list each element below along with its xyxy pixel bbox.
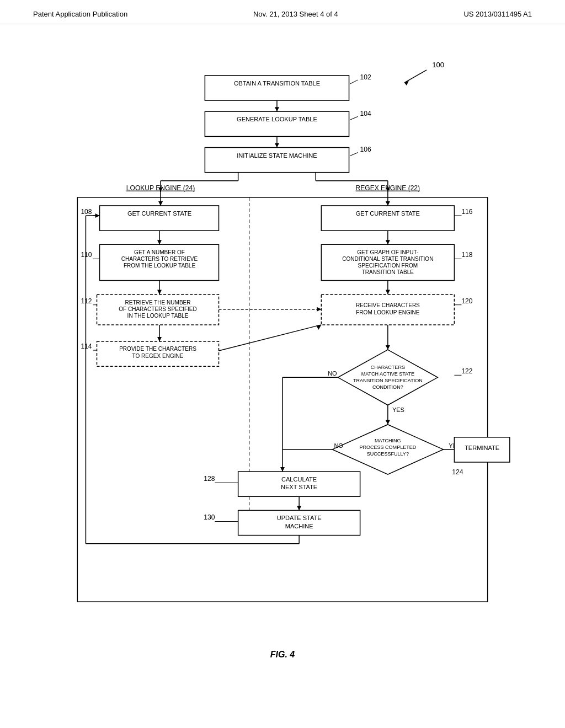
ref-108: 108 — [81, 208, 92, 216]
header-middle: Nov. 21, 2013 Sheet 4 of 4 — [253, 10, 338, 18]
svg-text:RETRIEVE THE NUMBER: RETRIEVE THE NUMBER — [125, 299, 190, 306]
svg-text:TRANSITION SPECIFICATION: TRANSITION SPECIFICATION — [353, 378, 423, 383]
svg-text:CALCULATE: CALCULATE — [281, 476, 317, 483]
svg-text:RECEIVE CHARACTERS: RECEIVE CHARACTERS — [356, 302, 420, 308]
svg-marker-5 — [275, 107, 279, 111]
svg-text:IN THE LOOKUP TABLE: IN THE LOOKUP TABLE — [127, 313, 189, 319]
svg-text:MATCH ACTIVE STATE: MATCH ACTIVE STATE — [361, 371, 414, 377]
svg-text:GET GRAPH OF INPUT-: GET GRAPH OF INPUT- — [357, 249, 418, 255]
label-no1: NO — [328, 370, 337, 377]
svg-text:GET A NUMBER OF: GET A NUMBER OF — [134, 249, 185, 255]
ref-106: 106 — [360, 146, 371, 154]
svg-text:GET CURRENT STATE: GET CURRENT STATE — [356, 210, 420, 217]
svg-text:UPDATE STATE: UPDATE STATE — [277, 515, 322, 521]
svg-text:TO REGEX ENGINE: TO REGEX ENGINE — [132, 353, 184, 359]
svg-marker-9 — [275, 143, 279, 147]
svg-text:GET CURRENT STATE: GET CURRENT STATE — [127, 210, 191, 217]
svg-text:MACHINE: MACHINE — [285, 523, 313, 529]
svg-text:FROM LOOKUP ENGINE: FROM LOOKUP ENGINE — [356, 309, 420, 315]
svg-text:SUCCESSFULLY?: SUCCESSFULLY? — [367, 451, 409, 457]
fig-caption: FIG. 4 — [33, 650, 532, 660]
ref-102: 102 — [360, 73, 371, 81]
ref-112: 112 — [81, 297, 92, 305]
svg-line-3 — [350, 80, 358, 84]
ref-114: 114 — [81, 342, 92, 350]
svg-text:GENERATE LOOKUP TABLE: GENERATE LOOKUP TABLE — [237, 116, 317, 122]
page-header: Patent Application Publication Nov. 21, … — [0, 0, 565, 24]
svg-text:CONDITIONAL STATE TRANSITION: CONDITIONAL STATE TRANSITION — [342, 256, 433, 262]
svg-text:PROCESS COMPLETED: PROCESS COMPLETED — [359, 445, 416, 450]
ref-118: 118 — [461, 251, 472, 259]
box-obtain — [205, 76, 349, 100]
ref-110: 110 — [81, 251, 92, 259]
svg-text:OBTAIN A TRANSITION TABLE: OBTAIN A TRANSITION TABLE — [234, 80, 320, 87]
box-get-current-left — [100, 206, 219, 231]
svg-text:OF CHARACTERS SPECIFIED: OF CHARACTERS SPECIFIED — [119, 306, 197, 312]
ref-120: 120 — [461, 297, 472, 305]
ref-100: 100 — [432, 61, 444, 69]
flowchart-svg: 100 OBTAIN A TRANSITION TABLE 102 GENERA… — [33, 35, 532, 642]
ref-128: 128 — [204, 475, 215, 483]
svg-text:MATCHING: MATCHING — [375, 438, 401, 443]
ref-124: 124 — [452, 468, 463, 476]
box-initialize — [205, 147, 349, 172]
svg-line-0 — [404, 70, 427, 83]
svg-text:INITIALIZE STATE MACHINE: INITIALIZE STATE MACHINE — [237, 152, 317, 159]
svg-text:CHARACTERS TO RETRIEVE: CHARACTERS TO RETRIEVE — [121, 256, 198, 262]
svg-text:FROM THE LOOKUP TABLE: FROM THE LOOKUP TABLE — [124, 263, 196, 269]
box-generate — [205, 111, 349, 136]
box-get-current-right — [321, 206, 454, 231]
svg-text:TERMINATE: TERMINATE — [465, 445, 499, 451]
label-no2: NO — [334, 442, 343, 449]
svg-text:PROVIDE THE CHARACTERS: PROVIDE THE CHARACTERS — [119, 346, 196, 352]
svg-text:TRANSITION TABLE: TRANSITION TABLE — [362, 269, 414, 275]
svg-line-11 — [350, 153, 358, 156]
header-left: Patent Application Publication — [33, 10, 127, 18]
svg-text:NEXT STATE: NEXT STATE — [281, 484, 317, 490]
label-yes1: YES — [392, 406, 404, 413]
ref-130: 130 — [204, 513, 215, 521]
svg-text:SPECIFICATION FROM: SPECIFICATION FROM — [358, 263, 418, 269]
svg-line-7 — [350, 116, 358, 120]
diagram-area: 100 OBTAIN A TRANSITION TABLE 102 GENERA… — [0, 24, 565, 671]
svg-text:CONDITION?: CONDITION? — [372, 384, 403, 390]
svg-text:CHARACTERS: CHARACTERS — [371, 365, 405, 370]
ref-116: 116 — [461, 208, 472, 216]
ref-122: 122 — [461, 367, 472, 375]
header-right: US 2013/0311495 A1 — [463, 10, 532, 18]
ref-104: 104 — [360, 110, 371, 117]
